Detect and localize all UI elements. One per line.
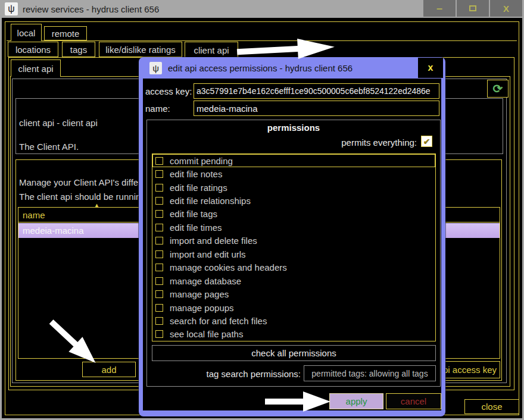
tab-client-api-level3[interactable]: client api [11,59,61,77]
checkbox-icon[interactable] [155,330,163,338]
permission-item[interactable]: search for and fetch files [152,314,435,327]
checkbox-icon[interactable] [155,317,163,325]
permission-item[interactable]: edit file notes [152,167,435,180]
check-all-permissions-button[interactable]: check all permissions [152,345,436,361]
checkbox-icon[interactable] [155,237,163,245]
tab-tags-label: tags [70,45,87,55]
minimize-button[interactable]: – [423,0,456,17]
permission-label: commit pending [170,156,233,166]
window-title: review services - hydrus client 656 [23,4,159,14]
tag-search-permissions-value: permitted tags: allowing all tags [311,369,428,378]
tab-like-dislike-ratings-label: like/dislike ratings [105,45,176,55]
minimize-icon: – [436,2,442,15]
dialog-close-bottom-button[interactable]: close [464,399,519,414]
permission-label: import and edit urls [170,249,246,259]
tab-remote[interactable]: remote [44,26,87,40]
permission-item[interactable]: manage popups [152,301,435,314]
checkbox-icon[interactable] [155,224,163,231]
screen: ψ review services - hydrus client 656 – … [0,0,524,420]
tag-search-permissions-button[interactable]: permitted tags: allowing all tags [304,365,436,381]
cancel-button-label: cancel [401,396,426,406]
permission-label: see local file paths [170,329,243,339]
permission-label: manage cookies and headers [170,262,287,272]
close-button[interactable]: X [490,0,522,17]
permission-label: search for and fetch files [170,316,267,326]
checkbox-icon[interactable] [155,210,163,218]
tab-locations[interactable]: locations [8,42,58,57]
refresh-button[interactable]: ⟳ [487,80,509,98]
copy-api-access-key-label: pi access key [443,365,497,375]
checkbox-icon[interactable] [155,197,163,205]
permission-item[interactable]: edit file relationships [152,194,435,207]
tag-search-permissions-label: tag search permissions: [167,369,301,379]
tab-local[interactable]: local [11,24,42,41]
checkbox-icon[interactable] [155,277,163,285]
checkbox-icon[interactable] [155,304,163,312]
manage-text-line1: Manage your Client API's differ [19,177,141,187]
permission-item[interactable]: manage pages [152,287,435,300]
permission-item[interactable]: import and delete files [152,234,435,247]
tab-local-label: local [17,28,36,38]
sort-ascending-icon[interactable]: ▲ [93,202,100,209]
close-icon: X [503,4,509,14]
dialog-title: edit api access permissions - hydrus cli… [168,63,353,73]
annotation-arrow-client-api-tab [235,35,336,65]
apply-button[interactable]: apply [329,393,383,409]
name-label: name: [145,104,170,114]
tab-client-api-level3-label: client api [18,64,53,74]
checkbox-icon[interactable] [155,170,163,178]
checkbox-icon[interactable] [155,250,163,258]
permission-label: edit file ratings [170,183,227,193]
refresh-icon: ⟳ [493,82,503,96]
permission-item[interactable]: edit file tags [152,208,435,221]
permission-item[interactable]: edit file times [152,221,435,234]
maximize-icon [469,5,476,11]
column-header-name[interactable]: name [23,210,45,220]
permits-everything-checkbox[interactable]: ✔ [421,136,432,147]
permission-label: edit file tags [170,209,217,219]
dialog-body: access key: name: permissions permits ev… [143,79,441,410]
permission-item[interactable]: import and edit urls [152,247,435,261]
access-key-input[interactable] [194,83,439,99]
apply-button-label: apply [346,396,367,406]
checkbox-icon[interactable] [155,157,163,165]
permission-label: manage pages [170,289,229,299]
permission-label: manage database [170,276,241,286]
permission-item[interactable]: commit pending [152,154,435,167]
permission-label: edit file relationships [170,196,251,206]
tab-like-dislike-ratings[interactable]: like/dislike ratings [99,42,182,57]
check-all-permissions-label: check all permissions [251,348,336,358]
checkbox-icon[interactable] [155,290,163,298]
app-psi-icon: ψ [5,2,18,15]
tab-locations-label: locations [15,45,51,55]
cancel-button[interactable]: cancel [386,393,441,409]
permission-item[interactable]: edit file ratings [152,181,435,194]
permission-label: edit file times [170,222,222,233]
name-input[interactable] [194,101,439,116]
annotation-arrow-apply-button [265,390,332,413]
dialog-close-icon: x [428,62,433,73]
tab-tags[interactable]: tags [62,42,95,57]
service-description-text: The Client API. [19,142,79,152]
tab-client-api-level2[interactable]: client api [185,42,238,58]
dialog-psi-icon: ψ [149,62,162,74]
maximize-button[interactable] [457,0,489,17]
table-cell-name: medeia-macina [23,225,84,236]
permission-label: edit file notes [170,169,222,179]
add-button-label: add [101,365,116,375]
permits-everything-label: permits everything: [292,137,417,148]
permission-label: import and delete files [170,236,257,246]
dialog-close-button[interactable]: x [418,58,443,78]
permission-label: manage popups [170,303,234,313]
permission-item[interactable]: see local file paths [152,328,435,341]
permission-item[interactable]: manage cookies and headers [152,261,435,274]
checkbox-icon[interactable] [155,264,163,271]
edit-api-permissions-dialog: ψ edit api access permissions - hydrus c… [139,57,445,416]
close-bottom-label: close [481,402,502,412]
permission-item[interactable]: manage database [152,274,435,287]
checkmark-icon: ✔ [423,137,431,146]
tab-remote-label: remote [52,29,80,39]
permissions-title: permissions [146,123,441,133]
permissions-listbox: commit pending edit file notes edit file… [152,153,436,341]
checkbox-icon[interactable] [155,184,163,192]
